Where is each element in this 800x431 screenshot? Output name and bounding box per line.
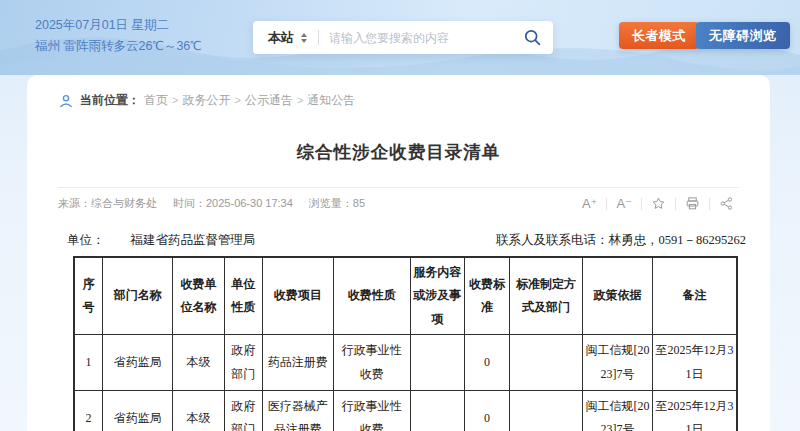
article-tools: A⁺ A⁻ [573,196,743,211]
table-cell: 2 [74,391,103,431]
breadcrumb-item-0[interactable]: 首页 [144,93,168,107]
breadcrumb-separator: > [172,94,178,106]
table-cell: 行政事业性收费 [333,335,410,391]
table-row: 1省药监局本级政府部门药品注册费行政事业性收费0闽工信规[2023]7号至202… [74,335,737,391]
content-card: 当前位置： 首页>政务公开>公示通告>通知公告 综合性涉企收费目录清单 来源：综… [27,75,770,431]
favorite-button[interactable] [642,196,675,211]
table-cell: 政府部门 [224,391,262,431]
search-scope-select[interactable]: 本站 [268,29,294,47]
breadcrumb-item-2[interactable]: 公示通告 [245,93,293,107]
top-banner: 2025年07月01日 星期二 福州 雷阵雨转多云26℃～36℃ 本站 长者模式… [0,0,800,75]
table-cell: 本级 [173,391,225,431]
table-header-row: 序号部门名称收费单位名称单位性质收费项目收费性质服务内容或涉及事项收费标准标准制… [74,257,737,335]
article-meta-row: 来源：综合与财务处 时间：2025-06-30 17:34 浏览量：85 A⁺ … [27,188,770,211]
elder-mode-button[interactable]: 长者模式 [619,22,699,49]
search-icon [524,29,541,46]
breadcrumb-item-1[interactable]: 政务公开 [182,93,230,107]
meta-time: 时间：2025-06-30 17:34 [173,196,293,211]
breadcrumb-item-3[interactable]: 通知公告 [307,93,355,107]
table-header-cell: 序号 [74,257,103,335]
table-header-cell: 服务内容或涉及事项 [410,257,464,335]
table-cell: 0 [464,335,509,391]
table-cell [510,335,583,391]
table-cell: 省药监局 [103,335,173,391]
search-input[interactable] [329,31,518,45]
fee-table-body: 1省药监局本级政府部门药品注册费行政事业性收费0闽工信规[2023]7号至202… [74,335,737,431]
table-cell [410,391,464,431]
page-title: 综合性涉企收费目录清单 [27,140,770,164]
table-header-cell: 备注 [653,257,737,335]
contact-info: 联系人及联系电话：林勇忠，0591－86295262 [496,232,746,249]
weather-text: 福州 雷阵雨转多云26℃～36℃ [35,36,202,57]
unit-value: 福建省药品监督管理局 [131,233,256,247]
search-bar: 本站 [253,21,553,54]
fee-table-head: 序号部门名称收费单位名称单位性质收费项目收费性质服务内容或涉及事项收费标准标准制… [74,257,737,335]
date-text: 2025年07月01日 星期二 [35,15,202,36]
article-meta: 来源：综合与财务处 时间：2025-06-30 17:34 浏览量：85 [58,196,365,211]
printer-icon [685,196,700,211]
meta-source: 来源：综合与财务处 [58,196,157,211]
breadcrumb-separator: > [297,94,303,106]
print-button[interactable] [676,196,709,211]
share-button[interactable] [710,196,743,211]
star-icon [651,196,666,211]
table-cell: 1 [74,335,103,391]
share-icon [719,196,734,211]
document-header: 单位：福建省药品监督管理局 联系人及联系电话：林勇忠，0591－86295262 [67,232,746,249]
table-header-cell: 部门名称 [103,257,173,335]
search-divider [318,30,319,45]
table-header-cell: 标准制定方式及部门 [510,257,583,335]
meta-views: 浏览量：85 [309,196,365,211]
table-header-cell: 收费项目 [262,257,333,335]
table-cell: 政府部门 [224,335,262,391]
table-cell: 医疗器械产品注册费 [262,391,333,431]
table-cell [410,335,464,391]
table-cell: 省药监局 [103,391,173,431]
table-header-cell: 收费单位名称 [173,257,225,335]
table-cell: 至2025年12月31日 [653,335,737,391]
accessibility-button[interactable]: 无障碍浏览 [696,22,790,49]
font-increase-button[interactable]: A⁺ [573,196,607,211]
search-button[interactable] [524,29,541,46]
breadcrumb-items: 首页>政务公开>公示通告>通知公告 [144,92,355,109]
breadcrumb-label: 当前位置： [80,92,140,109]
breadcrumb: 当前位置： 首页>政务公开>公示通告>通知公告 [27,75,770,109]
table-cell: 闽工信规[2023]7号 [582,335,652,391]
table-header-cell: 单位性质 [224,257,262,335]
table-row: 2省药监局本级政府部门医疗器械产品注册费行政事业性收费0闽工信规[2023]7号… [74,391,737,431]
table-header-cell: 收费标准 [464,257,509,335]
person-icon [59,94,73,108]
fee-table: 序号部门名称收费单位名称单位性质收费项目收费性质服务内容或涉及事项收费标准标准制… [73,256,738,431]
unit-label: 单位： [67,233,105,247]
table-cell: 闽工信规[2023]7号 [582,391,652,431]
table-header-cell: 政策依据 [582,257,652,335]
font-decrease-button[interactable]: A⁻ [607,196,641,211]
breadcrumb-separator: > [234,94,240,106]
updown-arrows-icon[interactable] [301,33,307,43]
table-cell: 本级 [173,335,225,391]
table-header-cell: 收费性质 [333,257,410,335]
unit-field: 单位：福建省药品监督管理局 [67,232,256,249]
datetime-weather: 2025年07月01日 星期二 福州 雷阵雨转多云26℃～36℃ [35,15,202,57]
table-cell: 药品注册费 [262,335,333,391]
table-cell: 至2025年12月31日 [653,391,737,431]
table-cell: 行政事业性收费 [333,391,410,431]
table-cell: 0 [464,391,509,431]
table-cell [510,391,583,431]
